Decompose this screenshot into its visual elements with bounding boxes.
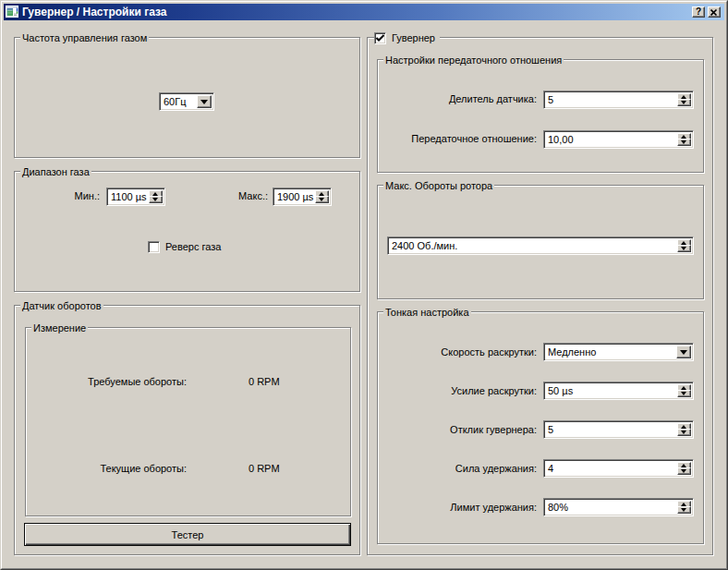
- frequency-group-label: Частота управления газом: [20, 32, 149, 44]
- spool-speed-dropdown-button[interactable]: [676, 346, 691, 358]
- spin-updown-control: [677, 93, 691, 106]
- chevron-down-icon: [680, 350, 687, 355]
- spool-speed-value: Медленно: [548, 346, 596, 358]
- spool-strength-value: 50 µs: [548, 385, 573, 397]
- help-icon: ?: [696, 7, 701, 17]
- sensor-divider-spin-down-button[interactable]: [677, 99, 691, 106]
- max-spinner[interactable]: 1900 µs: [273, 188, 332, 206]
- holding-limit-label: Лимит удержания:: [388, 502, 537, 514]
- spool-strength-label: Усилие раскрутки:: [388, 385, 537, 397]
- checkmark-icon: [376, 34, 384, 42]
- fine-tuning-group-label: Тонкая настройка: [383, 307, 471, 319]
- rotor-group-label: Макс. Обороты ротора: [383, 180, 494, 192]
- arrow-down-icon: [319, 198, 324, 201]
- spin-updown-control: [677, 133, 691, 146]
- window-title: Гувернер / Настройки газа: [22, 6, 166, 18]
- reverse-checkbox-label[interactable]: Реверс газа: [165, 241, 225, 253]
- gear-ratio-label: Передаточное отношение:: [388, 133, 537, 145]
- reverse-checkbox[interactable]: [148, 241, 160, 253]
- rotor-rpm-spinner[interactable]: 2400 Об./мин.: [387, 236, 694, 255]
- max-label: Макс.:: [203, 190, 268, 202]
- arrow-down-icon: [681, 469, 686, 473]
- titlebar: Гувернер / Настройки газа ?: [4, 4, 724, 20]
- arrow-down-icon: [152, 198, 158, 201]
- holding-strength-spinner[interactable]: 4: [543, 459, 694, 478]
- required-rpm-label: Требуемые обороты:: [55, 376, 187, 388]
- frequency-combobox[interactable]: 60Гц: [159, 92, 214, 111]
- rotor-rpm-value: 2400 Об./мин.: [392, 240, 457, 252]
- holding-limit-spin-down-button[interactable]: [677, 506, 691, 514]
- sensor-divider-label: Делитель датчика:: [388, 93, 537, 105]
- holding-limit-value: 80%: [548, 502, 568, 514]
- close-button[interactable]: [708, 6, 721, 18]
- sensor-group-label: Датчик оборотов: [20, 300, 103, 312]
- spool-strength-spinner[interactable]: 50 µs: [543, 382, 694, 400]
- arrow-down-icon: [681, 247, 686, 250]
- arrow-down-icon: [681, 392, 686, 395]
- arrow-down-icon: [681, 101, 686, 104]
- min-spin-down-button[interactable]: [149, 196, 163, 203]
- spool-speed-label: Скорость раскрутки:: [388, 346, 537, 358]
- spin-updown-control: [315, 190, 329, 203]
- spin-updown-control: [677, 501, 691, 514]
- current-rpm-value: 0 RPM: [249, 463, 280, 475]
- max-spinner-value: 1900 µs: [277, 191, 313, 203]
- measurement-group-label: Измерение: [31, 322, 88, 334]
- app-icon: [6, 6, 18, 18]
- tester-button-label: Тестер: [172, 529, 204, 540]
- spool-strength-spin-down-button[interactable]: [677, 390, 691, 397]
- tester-button[interactable]: Тестер: [24, 523, 351, 546]
- min-spinner-value: 1100 µs: [111, 191, 147, 203]
- range-group-label: Диапазон газа: [20, 166, 91, 178]
- sensor-divider-spinner[interactable]: 5: [543, 91, 694, 109]
- gear-ratio-spin-down-button[interactable]: [677, 139, 691, 146]
- min-spinner[interactable]: 1100 µs: [106, 188, 165, 206]
- holding-strength-value: 4: [548, 463, 553, 475]
- spool-speed-combobox[interactable]: Медленно: [543, 343, 694, 361]
- min-label: Мин.:: [35, 190, 100, 202]
- governor-response-label: Отклик гувернера:: [388, 424, 537, 436]
- spin-updown-control: [677, 462, 691, 475]
- governor-response-value: 5: [548, 424, 553, 436]
- governor-checkbox[interactable]: [374, 32, 386, 44]
- spin-updown-control: [149, 190, 163, 203]
- governor-checkbox-label[interactable]: Гувернер: [386, 32, 440, 44]
- measurement-group: Измерение: [25, 327, 351, 516]
- governor-response-spin-down-button[interactable]: [677, 429, 691, 436]
- holding-strength-label: Сила удержания:: [388, 463, 537, 475]
- ratio-group-label: Настройки передаточного отношения: [383, 55, 564, 67]
- help-button[interactable]: ?: [692, 6, 705, 18]
- gear-ratio-spinner[interactable]: 10,00: [543, 130, 694, 149]
- current-rpm-label: Текущие обороты:: [55, 463, 187, 475]
- holding-strength-spin-down-button[interactable]: [677, 467, 691, 475]
- arrow-down-icon: [681, 140, 686, 144]
- max-spin-down-button[interactable]: [315, 196, 329, 203]
- arrow-down-icon: [681, 508, 686, 512]
- spin-updown-control: [677, 239, 691, 252]
- gear-ratio-value: 10,00: [548, 134, 574, 146]
- spin-updown-control: [677, 384, 691, 397]
- arrow-down-icon: [681, 431, 686, 434]
- sensor-divider-value: 5: [548, 94, 553, 106]
- chevron-down-icon: [200, 100, 208, 104]
- ratio-group: Настройки передаточного отношения: [377, 59, 704, 173]
- frequency-combobox-value: 60Гц: [164, 96, 187, 108]
- rotor-rpm-spin-down-button[interactable]: [677, 245, 691, 252]
- close-icon: [710, 9, 718, 16]
- frequency-combobox-dropdown-button[interactable]: [197, 95, 212, 108]
- holding-limit-spinner[interactable]: 80%: [543, 498, 694, 516]
- governor-response-spinner[interactable]: 5: [543, 420, 694, 439]
- required-rpm-value: 0 RPM: [249, 376, 280, 388]
- dialog-window: Гувернер / Настройки газа ? Частота упра…: [0, 0, 728, 570]
- spin-updown-control: [677, 423, 691, 436]
